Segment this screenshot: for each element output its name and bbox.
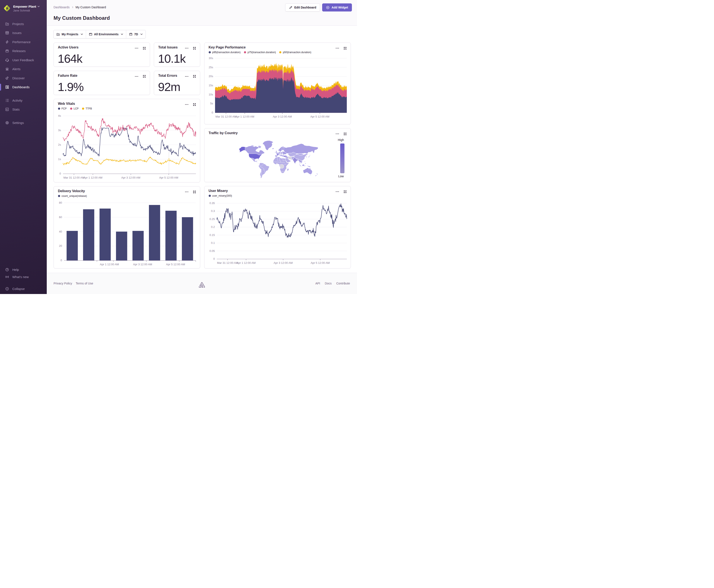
widget-expand-icon[interactable] — [143, 46, 146, 50]
widget-expand-icon[interactable] — [343, 132, 347, 135]
map-region-sumatra[interactable] — [299, 164, 302, 167]
map-region-nz-south[interactable] — [315, 175, 317, 176]
widget-menu-ellipsis-icon[interactable] — [185, 75, 189, 79]
map-region-madagascar[interactable] — [287, 169, 288, 171]
widget-traffic-by-country[interactable]: Traffic by Country High Low — [204, 128, 351, 182]
bar[interactable] — [83, 209, 94, 260]
map-region-borneo[interactable] — [302, 164, 304, 166]
map-colorbar — [340, 144, 344, 173]
widget-header: Failure Rate — [58, 74, 146, 79]
map-region-tasmania[interactable] — [310, 175, 311, 175]
map-region-luzon[interactable] — [304, 161, 305, 162]
sidebar-item-user-feedback[interactable]: User Feedback — [0, 56, 47, 65]
bar[interactable] — [182, 217, 193, 260]
map-region-japan-hokkaido[interactable] — [309, 155, 310, 155]
map-region-alaska[interactable] — [239, 147, 245, 152]
sidebar-item-discover[interactable]: Discover — [0, 74, 47, 83]
map-region-central-africa[interactable] — [280, 164, 284, 168]
x-axis-label: Apr 5 12:00 AM — [166, 263, 185, 266]
widget-expand-icon[interactable] — [193, 75, 196, 78]
widget-expand-icon[interactable] — [193, 46, 196, 50]
terms-of-use-link[interactable]: Terms of Use — [75, 282, 93, 285]
widget-total-errors[interactable]: Total Errors 92m — [154, 71, 200, 95]
breadcrumb-dashboards[interactable]: Dashboards — [53, 5, 70, 9]
docs-link[interactable]: Docs — [325, 282, 332, 285]
map-region-java[interactable] — [301, 167, 303, 167]
widget-failure-rate[interactable]: Failure Rate 1.9% — [53, 71, 150, 95]
x-axis-label: Apr 5 12:00 AM — [310, 115, 329, 118]
sidebar-item-activity[interactable]: Activity — [0, 96, 47, 105]
pencil-icon — [289, 6, 293, 9]
map-region-denmark[interactable] — [279, 151, 280, 152]
add-widget-button[interactable]: Add Widget — [322, 3, 352, 12]
widget-active-users[interactable]: Active Users 164k — [53, 43, 150, 67]
api-link[interactable]: API — [315, 282, 320, 285]
widget-delivery-velocity[interactable]: Delivery Velocity count_unique(release)0… — [53, 186, 200, 269]
widget-toolbar — [134, 75, 146, 79]
sidebar-item-stats[interactable]: Stats — [0, 105, 47, 114]
map-region-australia[interactable] — [303, 168, 312, 174]
line-series[interactable] — [63, 127, 196, 156]
bar[interactable] — [132, 231, 144, 260]
contribute-link[interactable]: Contribute — [336, 282, 350, 285]
map-region-greenland[interactable] — [262, 141, 273, 150]
widget-menu-ellipsis-icon[interactable] — [185, 46, 189, 50]
collapse-icon — [5, 287, 9, 291]
map-region-japan-kyushu[interactable] — [307, 158, 307, 159]
sidebar-item-projects[interactable]: Projects — [0, 19, 47, 28]
line-series[interactable] — [217, 204, 347, 237]
bar[interactable] — [100, 209, 111, 260]
edit-dashboard-button[interactable]: Edit Dashboard — [285, 3, 320, 12]
widget-user-misery[interactable]: User Misery user_misery(300)00.050.10.15… — [204, 186, 351, 269]
line-series[interactable] — [63, 119, 196, 141]
sidebar-item-alerts[interactable]: Alerts — [0, 65, 47, 74]
map-region-south-korea[interactable] — [306, 156, 307, 158]
map-region-sri-lanka[interactable] — [295, 163, 296, 164]
sidebar-item-dashboards[interactable]: Dashboards — [0, 83, 47, 92]
dashboards-icon — [5, 85, 9, 89]
bar[interactable] — [149, 205, 160, 260]
map-region-ghana[interactable] — [277, 163, 277, 164]
sidebar-item-collapse[interactable]: Collapse — [0, 285, 47, 292]
map-region-mindanao[interactable] — [305, 163, 306, 164]
sidebar-item-settings[interactable]: Settings — [0, 118, 47, 127]
sidebar-item-performance[interactable]: Performance — [0, 37, 47, 46]
widget-menu-ellipsis-icon[interactable] — [134, 75, 138, 79]
map-region-new-guinea[interactable] — [307, 166, 311, 167]
map-region-hispaniola[interactable] — [260, 161, 262, 161]
map-region-victoria-is[interactable] — [251, 145, 254, 146]
widget-total-issues[interactable]: Total Issues 10.1k — [154, 43, 200, 67]
map-region-central-america[interactable] — [256, 162, 259, 164]
widget-menu-ellipsis-icon[interactable] — [134, 46, 138, 50]
map-region-russia[interactable] — [283, 144, 318, 154]
sidebar-item-whats-new[interactable]: What's new — [0, 273, 47, 280]
map-region-united-kingdom[interactable] — [276, 151, 278, 153]
map-region-south-america[interactable] — [259, 163, 269, 178]
y-axis-label: 60 — [59, 215, 62, 219]
map-region-iceland[interactable] — [272, 148, 274, 149]
line-series[interactable] — [63, 157, 196, 165]
bar[interactable] — [116, 232, 127, 260]
map-region-cuba[interactable] — [258, 160, 260, 161]
sidebar-item-releases[interactable]: Releases — [0, 46, 47, 56]
map-region-ireland[interactable] — [275, 152, 276, 153]
widget-title: Total Errors — [158, 74, 177, 77]
widget-menu-ellipsis-icon[interactable] — [335, 132, 339, 136]
sentry-logo[interactable] — [199, 282, 205, 288]
widget-web-vitals[interactable]: Web Vitals FCPLCPTTFB01s2s3s4sMar 31 12:… — [53, 99, 200, 182]
header-actions: Edit Dashboard Add Widget — [285, 3, 352, 12]
bar[interactable] — [165, 211, 177, 260]
map-region-sulawesi[interactable] — [304, 165, 305, 166]
bar[interactable] — [66, 231, 78, 260]
x-axis-label: Apr 1 12:00 AM — [237, 261, 256, 265]
privacy-policy-link[interactable]: Privacy Policy — [53, 282, 72, 285]
map-region-japan-honshu[interactable] — [307, 156, 309, 158]
widget-key-page-performance[interactable]: Key Page Performance p95(transaction.dur… — [204, 43, 351, 124]
map-region-central-europe[interactable] — [280, 152, 283, 154]
org-switcher[interactable]: Empower Plant Jane Schmidt — [0, 0, 47, 12]
map-region-nz-north[interactable] — [317, 173, 318, 175]
sidebar-item-issues[interactable]: Issues — [0, 28, 47, 38]
widget-expand-icon[interactable] — [143, 75, 146, 78]
sidebar-item-help[interactable]: Help — [0, 266, 47, 273]
y-axis-label: 20 — [59, 244, 62, 248]
